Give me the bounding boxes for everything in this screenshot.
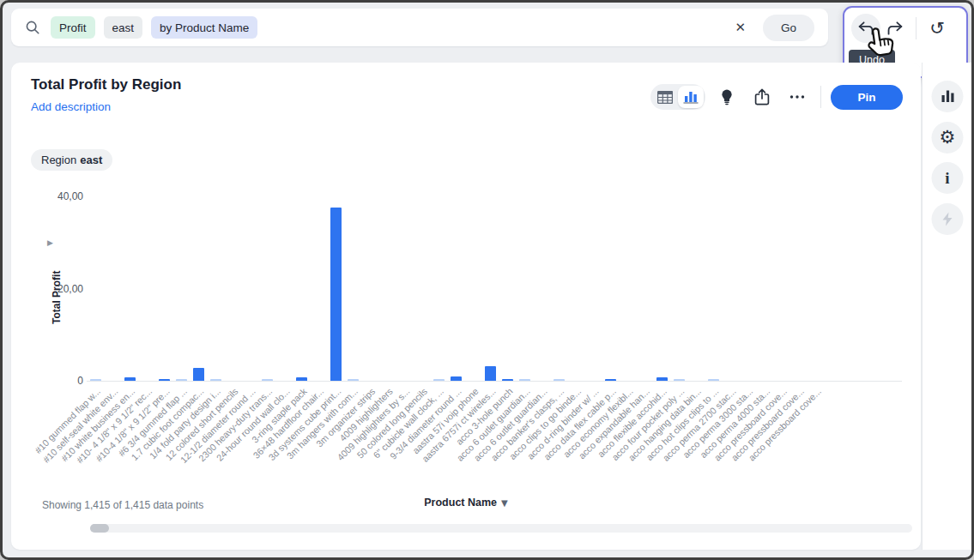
reset-icon: ↺ — [929, 20, 945, 38]
bar-slot — [653, 196, 670, 381]
bar[interactable] — [485, 366, 496, 381]
bar-slot — [722, 196, 739, 381]
x-axis-field-selector[interactable]: Product Name ▼ — [424, 497, 507, 509]
bar[interactable] — [90, 379, 101, 381]
chart-toolbar: Pin — [650, 83, 903, 111]
bar-slot — [344, 196, 361, 381]
bar-slot — [687, 196, 705, 381]
bar[interactable] — [656, 377, 668, 381]
reset-button[interactable]: ↺ — [923, 14, 952, 43]
bar[interactable] — [296, 377, 307, 381]
bar[interactable] — [193, 368, 204, 381]
bar-slot — [258, 196, 275, 381]
settings-button[interactable]: ⚙ — [932, 122, 964, 154]
answer-title: Total Profit by Region — [31, 76, 181, 93]
app-window: Profiteastby Product Name ✕ Go ↺ — [0, 0, 974, 560]
chart-config-button[interactable] — [932, 81, 964, 112]
bar-slot — [705, 196, 722, 381]
scrollbar-thumb[interactable] — [90, 524, 109, 533]
x-axis-line — [87, 381, 902, 382]
bar-slot — [396, 196, 413, 381]
bar-slot — [567, 196, 584, 381]
bar-slot — [533, 196, 550, 381]
spotiq-button[interactable] — [932, 203, 964, 235]
bar-slot — [447, 196, 464, 381]
bar-slot — [224, 196, 241, 381]
bar[interactable] — [708, 379, 719, 381]
redo-button[interactable] — [880, 14, 910, 43]
search-icon — [25, 20, 40, 35]
x-label-slot: acco pressboard cove... — [808, 383, 825, 497]
search-bar[interactable]: Profiteastby Product Name ✕ Go — [11, 9, 828, 46]
region-filter-chip[interactable]: Region east — [31, 149, 112, 171]
x-axis-field-label: Product Name — [424, 497, 497, 509]
go-button[interactable]: Go — [763, 15, 814, 41]
bar-slot — [550, 196, 567, 381]
y-axis-caret-icon[interactable]: ▶ — [47, 238, 53, 247]
search-token-1[interactable]: east — [104, 16, 143, 39]
lightbulb-icon — [719, 88, 735, 105]
filter-value: east — [80, 154, 102, 166]
bar-slot — [756, 196, 773, 381]
undo-icon — [856, 19, 875, 38]
clear-search-icon[interactable]: ✕ — [731, 16, 749, 39]
bar-slot — [464, 196, 481, 381]
bar-slot — [808, 196, 825, 381]
view-switcher — [650, 84, 705, 110]
x-axis-labels: #10 gummed flap w...#10 self-seal white … — [87, 383, 825, 497]
filter-field: Region — [41, 154, 76, 166]
bar[interactable] — [519, 379, 530, 381]
search-token-2[interactable]: by Product Name — [151, 16, 257, 39]
bar[interactable] — [159, 379, 170, 381]
bar[interactable] — [433, 379, 445, 381]
bar[interactable] — [674, 379, 685, 381]
bar-slot — [190, 196, 207, 381]
info-icon: i — [945, 170, 949, 186]
bar[interactable] — [330, 208, 342, 381]
bar[interactable] — [554, 379, 565, 381]
bar-slot — [481, 196, 499, 381]
chevron-down-icon: ▼ — [501, 498, 508, 508]
bar-slot — [172, 196, 190, 381]
info-button[interactable]: i — [932, 162, 964, 194]
search-token-0[interactable]: Profit — [51, 16, 95, 39]
bar-slot — [636, 196, 653, 381]
share-button[interactable] — [748, 83, 776, 111]
insights-button[interactable] — [713, 83, 741, 111]
bar[interactable] — [451, 376, 462, 381]
y-tick-label: 20,00 — [35, 283, 83, 295]
bar-slot — [430, 196, 447, 381]
bar-slot — [327, 196, 344, 381]
right-sidebar: ⚙ i — [922, 63, 972, 550]
bar[interactable] — [605, 379, 616, 381]
bar[interactable] — [348, 379, 359, 381]
bar[interactable] — [210, 379, 221, 381]
pin-button[interactable]: Pin — [831, 85, 903, 110]
y-tick-label: 0 — [35, 375, 83, 387]
bar[interactable] — [262, 379, 273, 381]
add-description-link[interactable]: Add description — [31, 100, 111, 113]
bar-slot — [310, 196, 327, 381]
horizontal-scrollbar[interactable] — [90, 524, 912, 533]
bar-slot — [104, 196, 121, 381]
table-icon — [657, 91, 673, 104]
toolbar-divider — [820, 86, 821, 108]
history-divider — [916, 17, 917, 39]
share-icon — [754, 88, 770, 105]
redo-icon — [886, 19, 904, 38]
bar-slot — [584, 196, 602, 381]
more-options-button[interactable] — [783, 83, 811, 111]
bar-slot — [241, 196, 258, 381]
bar[interactable] — [124, 377, 136, 381]
bar-slot — [378, 196, 396, 381]
table-view-button[interactable] — [652, 86, 678, 108]
bar[interactable] — [502, 379, 513, 381]
bar-slot — [275, 196, 293, 381]
y-axis-title[interactable]: Total Profit — [51, 271, 63, 324]
bar[interactable] — [176, 379, 187, 381]
bar-slot — [361, 196, 378, 381]
bar-slot — [670, 196, 687, 381]
undo-button[interactable] — [851, 14, 880, 43]
chart-view-button[interactable] — [678, 86, 704, 108]
bar-chart-icon — [683, 90, 699, 104]
